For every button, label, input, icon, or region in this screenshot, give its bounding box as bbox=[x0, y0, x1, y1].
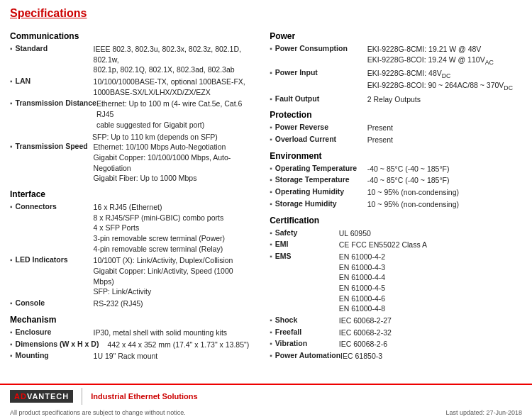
vibration-label: Vibration bbox=[275, 339, 339, 347]
footer-notice: All product specifications are subject t… bbox=[10, 409, 186, 416]
connectors-row: ▪ Connectors 16 x RJ45 (Ethernet)8 x RJ4… bbox=[10, 202, 255, 254]
enclosure-row: ▪ Enclosure IP30, metal shell with solid… bbox=[10, 328, 255, 338]
connectors-value: 16 x RJ45 (Ethernet)8 x RJ45/SFP (mini-G… bbox=[94, 202, 226, 254]
safety-row: ▪ Safety UL 60950 bbox=[270, 228, 522, 239]
operating-temp-row: ▪ Operating Temperature -40 ~ 85°C (-40 … bbox=[270, 164, 522, 174]
page-title: Specifications bbox=[10, 7, 522, 20]
power-automation-value: IEC 61850-3 bbox=[340, 351, 382, 362]
bullet-standard: ▪ bbox=[10, 45, 13, 52]
vibration-value: IEC 60068-2-6 bbox=[339, 339, 387, 350]
bullet-ems: ▪ bbox=[270, 252, 272, 260]
section-certification: Certification bbox=[270, 216, 522, 225]
section-power: Power bbox=[270, 31, 522, 41]
console-label: Console bbox=[16, 298, 94, 307]
operating-temp-value: -40 ~ 85°C (-40 ~ 185°F) bbox=[367, 164, 450, 174]
left-column: Communications ▪ Standard IEEE 802.3, 80… bbox=[10, 26, 262, 363]
ems-label: EMS bbox=[275, 252, 339, 260]
bullet-mounting: ▪ bbox=[10, 352, 13, 359]
bullet-storage-humidity: ▪ bbox=[270, 200, 272, 208]
freefall-label: Freefall bbox=[275, 328, 339, 336]
console-row: ▪ Console RS-232 (RJ45) bbox=[10, 298, 255, 309]
bullet-tx-speed: ▪ bbox=[10, 143, 13, 150]
logo-ad: AD bbox=[14, 392, 27, 401]
fault-output-value: 2 Relay Outputs bbox=[367, 94, 421, 105]
mounting-value: 1U 19" Rack mount bbox=[94, 351, 158, 362]
footer-divider bbox=[82, 388, 82, 405]
bullet-shock: ▪ bbox=[270, 316, 272, 324]
bullet-power-reverse: ▪ bbox=[270, 123, 272, 131]
bullet-operating-temp: ▪ bbox=[270, 164, 272, 172]
section-protection: Protection bbox=[270, 110, 522, 120]
shock-row: ▪ Shock IEC 60068-2-27 bbox=[270, 315, 522, 326]
right-column: Power ▪ Power Consumption EKI-9228G-8CMI… bbox=[262, 26, 522, 363]
overload-row: ▪ Overload Current Present bbox=[270, 135, 522, 145]
fault-output-row: ▪ Fault Output 2 Relay Outputs bbox=[270, 94, 522, 105]
footer-last-updated: Last updated: 27-Jun-2018 bbox=[445, 409, 522, 416]
storage-humidity-label: Storage Humidity bbox=[275, 199, 367, 208]
bullet-console: ▪ bbox=[10, 299, 13, 307]
section-interface: Interface bbox=[10, 189, 255, 199]
power-reverse-value: Present bbox=[367, 123, 393, 133]
bullet-enclosure: ▪ bbox=[10, 328, 13, 336]
tx-dist-value2: SFP: Up to 110 km (depends on SFP) bbox=[10, 132, 255, 143]
bullet-operating-humidity: ▪ bbox=[270, 188, 272, 196]
bullet-lan: ▪ bbox=[10, 77, 13, 85]
footer-inner: ADVANTECH Industrial Ethernet Solutions bbox=[0, 385, 532, 408]
tx-dist-label: Transmission Distance bbox=[16, 99, 96, 107]
enclosure-value: IP30, metal shell with solid mounting ki… bbox=[94, 328, 228, 338]
storage-humidity-value: 10 ~ 95% (non-condensing) bbox=[367, 199, 459, 210]
lan-row: ▪ LAN 10/100/1000BASE-TX, optional 100BA… bbox=[10, 77, 255, 97]
power-input-label: Power Input bbox=[275, 68, 367, 77]
connectors-label: Connectors bbox=[16, 202, 94, 211]
storage-temp-label: Storage Temperature bbox=[275, 175, 367, 184]
safety-label: Safety bbox=[275, 228, 339, 237]
power-automation-row: ▪ Power Automation IEC 61850-3 bbox=[270, 351, 522, 362]
bullet-led: ▪ bbox=[10, 256, 13, 264]
bullet-tx-dist: ▪ bbox=[10, 99, 13, 107]
bullet-freefall: ▪ bbox=[270, 328, 272, 336]
tx-speed-row: ▪ Transmission Speed Ethernet: 10/100 Mb… bbox=[10, 142, 255, 184]
bullet-dimensions: ▪ bbox=[10, 340, 13, 348]
bullet-power-input: ▪ bbox=[270, 69, 272, 77]
power-input-row: ▪ Power Input EKI-9228G-8CMI: 48VDCEKI-9… bbox=[270, 68, 522, 93]
footer-tagline: Industrial Ethernet Solutions bbox=[91, 392, 197, 401]
overload-label: Overload Current bbox=[275, 135, 367, 143]
dimensions-value: 442 x 44 x 352 mm (17.4" x 1.73" x 13.85… bbox=[108, 340, 250, 350]
power-consumption-row: ▪ Power Consumption EKI-9228G-8CMI: 19.2… bbox=[270, 44, 522, 67]
power-automation-label: Power Automation bbox=[275, 351, 340, 359]
fault-output-label: Fault Output bbox=[275, 94, 367, 103]
section-mechanism: Mechanism bbox=[10, 315, 255, 325]
storage-temp-value: -40 ~ 85°C (-40 ~ 185°F) bbox=[367, 175, 450, 186]
lan-value: 10/100/1000BASE-TX, optional 100BASE-FX,… bbox=[94, 77, 245, 97]
power-reverse-label: Power Reverse bbox=[275, 123, 367, 131]
led-value: 10/100T (X): Link/Activity, Duplex/Colli… bbox=[94, 255, 256, 297]
bullet-emi: ▪ bbox=[270, 240, 272, 248]
standard-row: ▪ Standard IEEE 802.3, 802.3u, 802.3x, 8… bbox=[10, 44, 255, 75]
power-consumption-value: EKI-9228G-8CMI: 19.21 W @ 48VEKI-9228G-8… bbox=[367, 44, 494, 67]
mounting-label: Mounting bbox=[16, 351, 94, 359]
led-row: ▪ LED Indicators 10/100T (X): Link/Activ… bbox=[10, 255, 255, 297]
enclosure-label: Enclosure bbox=[16, 328, 94, 336]
vibration-row: ▪ Vibration IEC 60068-2-6 bbox=[270, 339, 522, 350]
bullet-vibration: ▪ bbox=[270, 340, 272, 347]
dimensions-row: ▪ Dimensions (W x H x D) 442 x 44 x 352 … bbox=[10, 340, 255, 350]
overload-value: Present bbox=[367, 135, 393, 145]
standard-label: Standard bbox=[16, 44, 94, 52]
lan-label: LAN bbox=[16, 77, 94, 85]
operating-humidity-label: Operating Humidity bbox=[275, 187, 367, 196]
power-input-value: EKI-9228G-8CMI: 48VDCEKI-9228G-8COI: 90 … bbox=[367, 68, 513, 93]
freefall-row: ▪ Freefall IEC 60068-2-32 bbox=[270, 328, 522, 338]
emi-value: CE FCC EN55022 Class A bbox=[339, 240, 427, 250]
ems-value: EN 61000-4-2EN 61000-4-3EN 61000-4-4EN 6… bbox=[339, 252, 385, 314]
bullet-overload: ▪ bbox=[270, 135, 272, 143]
ems-row: ▪ EMS EN 61000-4-2EN 61000-4-3EN 61000-4… bbox=[270, 252, 522, 314]
tx-dist-row: ▪ Transmission Distance Ethernet: Up to … bbox=[10, 99, 255, 130]
led-label: LED Indicators bbox=[16, 255, 94, 264]
bullet-safety: ▪ bbox=[270, 229, 272, 237]
bullet-power-consumption: ▪ bbox=[270, 45, 272, 52]
logo-vantech: VANTECH bbox=[27, 392, 69, 401]
storage-humidity-row: ▪ Storage Humidity 10 ~ 95% (non-condens… bbox=[270, 199, 522, 210]
bullet-storage-temp: ▪ bbox=[270, 176, 272, 184]
footer-logo: ADVANTECH bbox=[10, 390, 73, 403]
bullet-fault-output: ▪ bbox=[270, 95, 272, 103]
